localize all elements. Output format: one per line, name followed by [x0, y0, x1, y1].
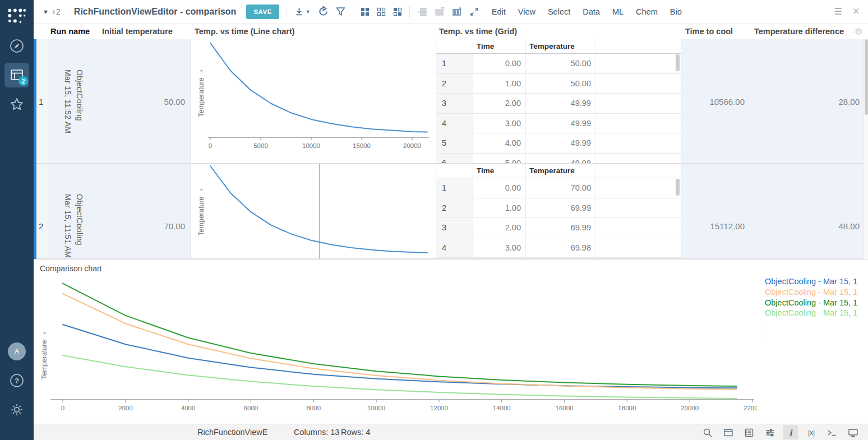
hamburger-menu-icon[interactable]: ☰ [834, 6, 842, 17]
remove-rows-icon[interactable] [417, 7, 427, 16]
view-switcher-caret-icon[interactable]: ▼ [43, 8, 49, 15]
inner-row-number[interactable]: 4 [436, 238, 473, 258]
download-button[interactable]: ▼ [294, 7, 311, 16]
inner-grid-row[interactable]: 32.0049.99 [436, 94, 681, 114]
inner-grid-header[interactable]: TimeTemperature [436, 164, 681, 178]
remove-columns-icon[interactable] [435, 7, 445, 16]
inner-grid-scrollbar-thumb[interactable] [676, 179, 680, 196]
sidebar-item-projects[interactable]: 2 [0, 62, 34, 89]
initial-temperature-cell[interactable]: 50.00 [98, 39, 191, 164]
inner-grid-row[interactable]: 32.0069.99 [436, 218, 681, 238]
legend-item[interactable]: ObjectCooling - Mar 15, 1 [765, 308, 868, 318]
save-button[interactable]: SAVE [246, 4, 279, 19]
inner-temperature-cell[interactable]: 69.99 [526, 218, 596, 238]
grid-scrollbar-thumb[interactable] [865, 39, 868, 115]
variables-icon[interactable]: |x| [804, 425, 819, 439]
add-columns-icon[interactable] [452, 7, 462, 16]
inner-time-cell[interactable]: 5.00 [473, 154, 526, 164]
temp-vs-time-grid[interactable]: TimeTemperature10.0070.0021.0069.9932.00… [436, 164, 681, 259]
inner-grid-row[interactable]: 54.0049.99 [436, 133, 681, 154]
menu-select[interactable]: Select [548, 7, 570, 16]
expand-fullscreen-icon[interactable] [469, 7, 479, 17]
legend-item[interactable]: ObjectCooling - Mar 15, 1 [765, 276, 868, 287]
inner-row-number[interactable]: 6 [436, 154, 473, 164]
time-to-cool-cell[interactable]: 15112.00 [681, 164, 750, 259]
statusbar-table-name[interactable]: RichFunctionViewE [197, 428, 267, 437]
table-row[interactable]: 1 ObjectCooling Mar 15, 11:52 AM 50.00 0… [34, 39, 864, 164]
legend-item[interactable]: ObjectCooling - Mar 15, 1 [765, 298, 868, 308]
inner-grid-scrollbar-thumb[interactable] [676, 54, 680, 71]
inner-time-cell[interactable]: 1.00 [473, 198, 526, 218]
favorites-star-icon[interactable] [0, 94, 34, 114]
line-chart-cell[interactable]: 05000100001500020000 Temperature ⌄ [191, 39, 436, 164]
inner-temperature-cell[interactable]: 49.98 [526, 154, 596, 164]
inner-grid-header-temperature[interactable]: Temperature [526, 39, 596, 53]
inner-temperature-cell[interactable]: 49.99 [526, 133, 596, 153]
temp-vs-time-grid[interactable]: TimeTemperature10.0050.0021.0050.0032.00… [436, 39, 681, 164]
menu-view[interactable]: View [518, 7, 535, 16]
inner-time-cell[interactable]: 0.00 [473, 54, 526, 73]
inner-grid-row[interactable]: 43.0069.98 [436, 238, 681, 258]
properties-list-icon[interactable] [742, 425, 756, 439]
filters-sliders-icon[interactable] [763, 425, 777, 439]
menu-chem[interactable]: Chem [636, 7, 658, 16]
inner-grid-row[interactable]: 10.0070.00 [436, 178, 681, 198]
temp-vs-time-line-chart[interactable]: 05000100001500020000 [191, 39, 436, 164]
inner-row-number[interactable]: 2 [436, 74, 473, 94]
layout-grid-outline-icon[interactable] [377, 7, 386, 16]
inner-row-number[interactable]: 1 [436, 178, 473, 198]
menu-edit[interactable]: Edit [492, 7, 506, 16]
temperature-difference-cell[interactable]: 48.00 [750, 164, 864, 259]
inner-temperature-cell[interactable]: 69.98 [526, 238, 596, 258]
inner-time-cell[interactable]: 3.00 [473, 238, 526, 258]
time-to-cool-cell[interactable]: 10566.00 [681, 39, 750, 164]
inner-temperature-cell[interactable]: 49.99 [526, 94, 596, 113]
menu-ml[interactable]: ML [612, 7, 624, 16]
inner-row-number[interactable]: 4 [436, 114, 473, 133]
legend-item[interactable]: ObjectCooling - Mar 15, 1 [765, 287, 868, 298]
inner-temperature-cell[interactable]: 50.00 [526, 74, 596, 94]
inner-grid-header-time[interactable]: Time [473, 39, 526, 53]
inner-row-number[interactable]: 2 [436, 198, 473, 218]
inner-row-number[interactable]: 3 [436, 218, 473, 238]
table-row[interactable]: 2 ObjectCooling Mar 15, 11:51 AM 70.00 T… [34, 164, 864, 259]
line-chart-cell[interactable]: Temperature ⌄ [191, 164, 436, 259]
inner-temperature-cell[interactable]: 50.00 [526, 54, 596, 73]
inner-time-cell[interactable]: 0.00 [473, 178, 526, 198]
menu-data[interactable]: Data [583, 7, 600, 16]
inner-grid-row[interactable]: 43.0049.99 [436, 114, 681, 134]
presentation-monitor-icon[interactable] [846, 425, 860, 439]
inner-time-cell[interactable]: 2.00 [473, 218, 526, 238]
inner-grid-header-temperature[interactable]: Temperature [526, 164, 596, 178]
inner-temperature-cell[interactable]: 70.00 [526, 178, 596, 198]
column-header-initial-temperature[interactable]: Initial temperature [102, 24, 173, 39]
run-name-cell[interactable]: ObjectCooling Mar 15, 11:52 AM [49, 39, 98, 164]
temp-vs-time-line-chart[interactable] [191, 164, 436, 259]
more-views-label[interactable]: +2 [52, 7, 61, 16]
inner-time-cell[interactable]: 1.00 [473, 74, 526, 94]
column-header-time-to-cool[interactable]: Time to cool [685, 24, 733, 39]
layout-grid-mixed-icon[interactable] [393, 7, 402, 16]
inner-grid-header-time[interactable]: Time [473, 164, 526, 178]
column-header-run-name[interactable]: Run name [50, 24, 90, 39]
panel-window-icon[interactable] [721, 425, 736, 439]
comparison-line-chart[interactable]: 0200040006000800010000120001400016000180… [34, 260, 757, 424]
inner-time-cell[interactable]: 4.00 [473, 133, 526, 153]
refresh-icon[interactable] [318, 6, 329, 17]
run-name-cell[interactable]: ObjectCooling Mar 15, 11:51 AM [49, 164, 98, 259]
inner-grid-cell[interactable]: TimeTemperature10.0050.0021.0050.0032.00… [436, 39, 681, 164]
close-icon[interactable]: ✕ [852, 6, 860, 17]
search-icon[interactable] [700, 425, 715, 439]
grid-vertical-scrollbar[interactable] [864, 39, 868, 259]
user-avatar[interactable]: A [0, 342, 34, 361]
inner-row-number[interactable]: 3 [436, 94, 473, 113]
initial-temperature-cell[interactable]: 70.00 [98, 164, 191, 259]
settings-gear-icon[interactable] [0, 400, 34, 419]
filter-icon[interactable] [336, 7, 345, 16]
inner-row-number[interactable]: 5 [436, 133, 473, 153]
inner-grid-cell[interactable]: TimeTemperature10.0070.0021.0069.9932.00… [436, 164, 681, 259]
info-panel-icon[interactable]: i [783, 425, 798, 439]
inner-temperature-cell[interactable]: 49.99 [526, 114, 596, 133]
inner-grid-row[interactable]: 21.0069.99 [436, 198, 681, 219]
grid-settings-gear-icon[interactable]: ⚙ [855, 26, 862, 37]
